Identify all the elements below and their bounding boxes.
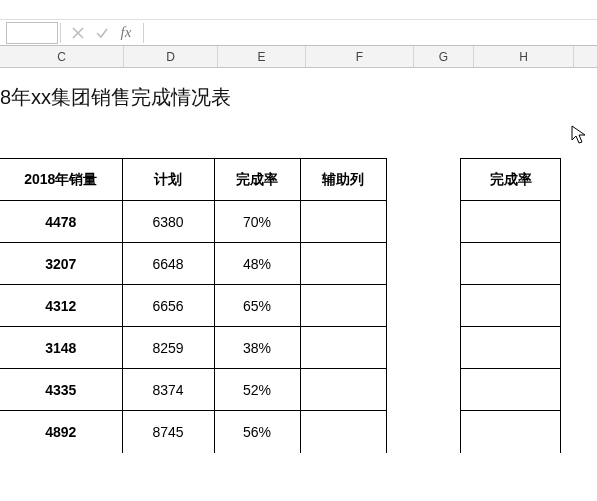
cell-value: 65% (243, 298, 271, 314)
table-row (461, 369, 561, 411)
mouse-cursor-icon (571, 125, 587, 145)
cell-value: 3207 (45, 256, 76, 272)
th-plan[interactable]: 计划 (122, 159, 214, 201)
table-row (461, 201, 561, 243)
name-box[interactable] (6, 22, 58, 44)
table-header-row: 完成率 (461, 159, 561, 201)
cell-sales[interactable]: 3207 (0, 243, 122, 285)
table-row: 4335 8374 52% (0, 369, 386, 411)
side-rate-table: 完成率 (460, 158, 561, 453)
th-label: 完成率 (490, 171, 532, 187)
cell-value: 52% (243, 382, 271, 398)
cell-value: 6380 (152, 214, 183, 230)
formula-bar-buttons: fx (71, 26, 133, 40)
cell-value: 4892 (45, 424, 76, 440)
cell-aux[interactable] (300, 369, 386, 411)
cell-rate-side[interactable] (461, 411, 561, 453)
cell-rate-side[interactable] (461, 285, 561, 327)
table-header-row: 2018年销量 计划 完成率 辅助列 (0, 159, 386, 201)
cell-plan[interactable]: 8259 (122, 327, 214, 369)
cell-rate-side[interactable] (461, 243, 561, 285)
col-header-F[interactable]: F (306, 46, 414, 67)
col-header-C[interactable]: C (0, 46, 124, 67)
cell-value: 56% (243, 424, 271, 440)
table-row: 4478 6380 70% (0, 201, 386, 243)
cell-value: 38% (243, 340, 271, 356)
cell-plan[interactable]: 6380 (122, 201, 214, 243)
cell-rate[interactable]: 70% (214, 201, 300, 243)
cell-rate[interactable]: 38% (214, 327, 300, 369)
worksheet-area[interactable]: 8年xx集团销售完成情况表 2018年销量 计划 完成率 辅助列 4478 63… (0, 68, 597, 501)
cell-value: 8374 (152, 382, 183, 398)
fx-icon[interactable]: fx (119, 26, 133, 40)
cell-value: 70% (243, 214, 271, 230)
col-label: D (166, 50, 175, 64)
cell-rate[interactable]: 65% (214, 285, 300, 327)
cancel-icon[interactable] (71, 26, 85, 40)
col-label: F (356, 50, 363, 64)
divider (60, 23, 61, 43)
col-header-E[interactable]: E (218, 46, 306, 67)
cell-rate-side[interactable] (461, 369, 561, 411)
table-row (461, 285, 561, 327)
col-label: E (257, 50, 265, 64)
cell-aux[interactable] (300, 411, 386, 453)
cell-sales[interactable]: 4892 (0, 411, 122, 453)
cell-plan[interactable]: 6648 (122, 243, 214, 285)
cell-plan[interactable]: 8374 (122, 369, 214, 411)
th-rate-side[interactable]: 完成率 (461, 159, 561, 201)
page-title: 8年xx集团销售完成情况表 (0, 84, 231, 111)
cell-sales[interactable]: 4478 (0, 201, 122, 243)
main-data-table: 2018年销量 计划 完成率 辅助列 4478 6380 70% 3207 66… (0, 158, 387, 453)
cell-aux[interactable] (300, 327, 386, 369)
cell-sales[interactable]: 4335 (0, 369, 122, 411)
divider (143, 23, 144, 43)
table-row (461, 327, 561, 369)
th-sales[interactable]: 2018年销量 (0, 159, 122, 201)
cell-rate[interactable]: 52% (214, 369, 300, 411)
table-row (461, 243, 561, 285)
formula-bar: fx (0, 20, 597, 46)
cell-sales[interactable]: 4312 (0, 285, 122, 327)
cell-rate-side[interactable] (461, 327, 561, 369)
th-label: 完成率 (236, 171, 278, 187)
cell-aux[interactable] (300, 201, 386, 243)
col-label: H (519, 50, 528, 64)
th-aux[interactable]: 辅助列 (300, 159, 386, 201)
table-row: 3207 6648 48% (0, 243, 386, 285)
cell-plan[interactable]: 6656 (122, 285, 214, 327)
table-row (461, 411, 561, 453)
cell-value: 4335 (45, 382, 76, 398)
cell-value: 8259 (152, 340, 183, 356)
cell-aux[interactable] (300, 243, 386, 285)
formula-input[interactable] (146, 22, 597, 44)
col-header-H[interactable]: H (474, 46, 574, 67)
col-label: G (439, 50, 448, 64)
cell-value: 4478 (45, 214, 76, 230)
table-row: 4892 8745 56% (0, 411, 386, 453)
cell-plan[interactable]: 8745 (122, 411, 214, 453)
cell-rate-side[interactable] (461, 201, 561, 243)
col-label: C (57, 50, 66, 64)
col-header-G[interactable]: G (414, 46, 474, 67)
enter-icon[interactable] (95, 26, 109, 40)
cell-sales[interactable]: 3148 (0, 327, 122, 369)
cell-value: 4312 (45, 298, 76, 314)
cell-aux[interactable] (300, 285, 386, 327)
cell-value: 3148 (45, 340, 76, 356)
ribbon-strip (0, 0, 597, 20)
table-row: 3148 8259 38% (0, 327, 386, 369)
th-rate[interactable]: 完成率 (214, 159, 300, 201)
col-header-D[interactable]: D (124, 46, 218, 67)
cell-value: 6648 (152, 256, 183, 272)
cell-value: 8745 (152, 424, 183, 440)
cell-rate[interactable]: 56% (214, 411, 300, 453)
th-label: 计划 (154, 171, 182, 187)
cell-value: 6656 (152, 298, 183, 314)
table-row: 4312 6656 65% (0, 285, 386, 327)
th-label: 辅助列 (322, 171, 364, 187)
cell-value: 48% (243, 256, 271, 272)
th-label: 2018年销量 (24, 171, 97, 187)
cell-rate[interactable]: 48% (214, 243, 300, 285)
column-headers: C D E F G H (0, 46, 597, 68)
